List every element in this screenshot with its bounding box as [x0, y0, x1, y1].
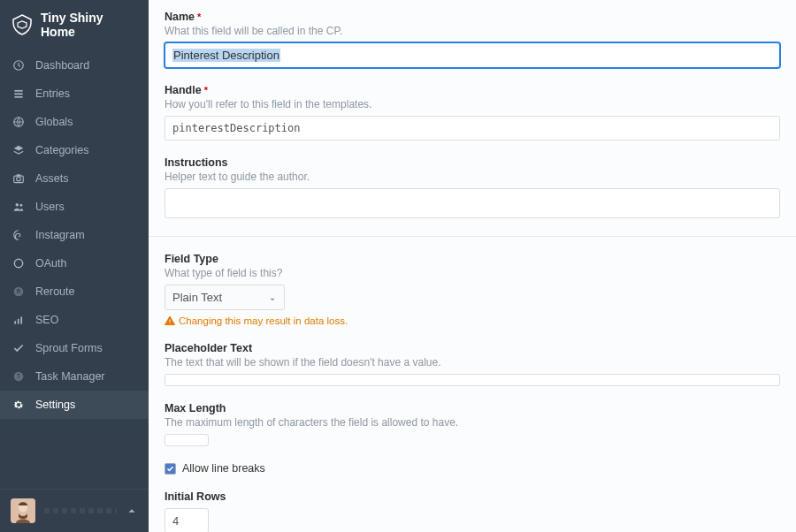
brand-title: Tiny Shiny Home [41, 11, 137, 39]
clock-icon [11, 58, 26, 72]
globe-icon [11, 115, 26, 129]
sidebar-item-label: Globals [35, 116, 73, 128]
help-handle: How you'll refer to this field in the te… [165, 98, 780, 110]
layers-icon [11, 143, 26, 157]
svg-rect-7 [17, 174, 21, 176]
svg-rect-20 [170, 320, 171, 323]
max-length-input[interactable] [165, 434, 209, 446]
sidebar-item-label: Instagram [35, 229, 85, 241]
allow-line-breaks-checkbox[interactable] [165, 463, 176, 475]
sidebar-item-label: Settings [35, 399, 75, 411]
sidebar-item-label: OAuth [35, 257, 66, 270]
label-placeholder: Placeholder Text [165, 342, 780, 354]
warning-icon [165, 315, 175, 326]
sidebar-item-reroute[interactable]: R Reroute [0, 277, 149, 306]
label-instructions: Instructions [165, 156, 780, 169]
field-instructions: Instructions Helper text to guide the au… [165, 156, 780, 218]
svg-text:R: R [17, 288, 21, 294]
help-placeholder: The text that will be shown if the field… [165, 356, 780, 369]
field-type-select[interactable]: Plain Text [165, 285, 285, 310]
instructions-input[interactable] [165, 188, 780, 218]
sidebar-item-label: Task Manager [35, 370, 105, 383]
label-initial-rows: Initial Rows [165, 490, 780, 503]
footer-info-blur [44, 508, 117, 513]
sidebar-item-instagram[interactable]: Instagram [0, 221, 149, 249]
sidebar-item-label: Categories [35, 144, 88, 156]
sidebar-item-dashboard[interactable]: Dashboard [0, 51, 149, 80]
svg-rect-14 [18, 319, 19, 324]
svg-point-9 [20, 204, 23, 207]
sidebar-item-label: Entries [35, 87, 70, 100]
svg-rect-13 [14, 321, 16, 324]
required-marker: * [197, 11, 201, 22]
section-divider [149, 236, 796, 237]
help-name: What this field will be called in the CP… [165, 25, 780, 37]
sidebar-item-label: SEO [35, 314, 58, 326]
o-icon [11, 256, 26, 270]
sidebar-item-settings[interactable]: Settings [0, 391, 149, 419]
label-field-type: Field Type [165, 253, 780, 265]
svg-rect-15 [20, 317, 22, 324]
help-max-length: The maximum length of characters the fie… [165, 416, 780, 429]
svg-text:T: T [17, 373, 20, 379]
sidebar-item-categories[interactable]: Categories [0, 136, 149, 164]
r-icon: R [11, 285, 26, 299]
name-input[interactable]: Pinterest Description [165, 42, 780, 68]
sidebar-item-label: Reroute [35, 285, 74, 298]
initial-rows-input[interactable]: 4 [165, 508, 209, 532]
list-icon [11, 87, 26, 101]
sidebar: Tiny Shiny Home Dashboard Entries Global… [0, 0, 149, 532]
sidebar-item-globals[interactable]: Globals [0, 108, 149, 136]
svg-rect-1 [14, 90, 22, 92]
field-type: Field Type What type of field is this? P… [165, 253, 780, 326]
sidebar-item-oauth[interactable]: OAuth [0, 249, 149, 277]
help-field-type: What type of field is this? [165, 267, 780, 279]
help-instructions: Helper text to guide the author. [165, 171, 780, 183]
label-max-length: Max Length [165, 402, 780, 414]
svg-rect-21 [170, 323, 171, 324]
svg-rect-3 [14, 96, 22, 98]
sidebar-item-assets[interactable]: Assets [0, 164, 149, 193]
gear-icon [11, 398, 26, 412]
svg-point-8 [16, 203, 19, 207]
chevron-up-icon[interactable] [126, 505, 138, 517]
sidebar-item-label: Users [35, 201, 65, 213]
sidebar-footer[interactable] [0, 489, 149, 532]
camera-icon [11, 171, 26, 186]
svg-point-10 [14, 259, 22, 267]
field-handle: Handle* How you'll refer to this field i… [165, 84, 780, 141]
field-max-length: Max Length The maximum length of charact… [165, 402, 780, 446]
label-name: Name* [165, 11, 780, 23]
sidebar-nav: Dashboard Entries Globals Categories Ass… [0, 51, 149, 489]
brand: Tiny Shiny Home [0, 0, 149, 51]
svg-rect-2 [14, 93, 22, 95]
field-initial-rows: Initial Rows 4 [165, 490, 780, 532]
sidebar-item-sprout-forms[interactable]: Sprout Forms [0, 334, 149, 362]
sidebar-item-label: Sprout Forms [35, 342, 103, 354]
handle-input[interactable]: pinterestDescription [165, 116, 780, 141]
select-value: Plain Text [172, 291, 222, 304]
field-allow-line-breaks: Allow line breaks [165, 462, 780, 475]
label-allow-line-breaks: Allow line breaks [182, 462, 265, 475]
required-marker: * [204, 85, 208, 95]
check-icon [11, 341, 26, 355]
field-name: Name* What this field will be called in … [165, 11, 780, 68]
t-icon: T [11, 369, 26, 384]
svg-point-6 [17, 177, 21, 181]
placeholder-input[interactable] [165, 374, 780, 386]
sidebar-item-users[interactable]: Users [0, 193, 149, 221]
sidebar-item-task-manager[interactable]: T Task Manager [0, 362, 149, 391]
bars-icon [11, 313, 26, 327]
avatar [11, 498, 35, 523]
swirl-icon [11, 228, 26, 242]
sidebar-item-entries[interactable]: Entries [0, 80, 149, 108]
main-content: Name* What this field will be called in … [149, 0, 796, 532]
chevron-down-icon [268, 293, 277, 302]
label-handle: Handle* [165, 84, 780, 96]
users-icon [11, 200, 26, 214]
sidebar-item-seo[interactable]: SEO [0, 306, 149, 334]
field-type-warning: Changing this may result in data loss. [165, 315, 780, 326]
field-placeholder: Placeholder Text The text that will be s… [165, 342, 780, 386]
sidebar-item-label: Assets [35, 172, 69, 185]
sidebar-item-label: Dashboard [35, 59, 89, 72]
